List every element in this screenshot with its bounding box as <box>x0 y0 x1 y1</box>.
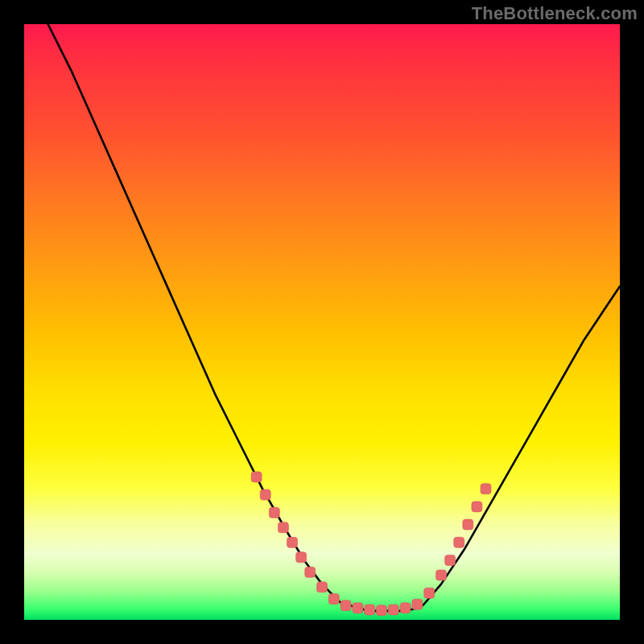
chart-stage: TheBottleneck.com <box>0 0 644 644</box>
marker-layer <box>251 472 491 616</box>
highlight-marker <box>400 603 411 613</box>
highlight-marker <box>377 605 387 616</box>
highlight-marker <box>260 489 270 500</box>
highlight-marker <box>481 484 491 494</box>
highlight-marker <box>296 552 307 563</box>
highlight-marker <box>305 567 316 577</box>
highlight-marker <box>365 605 375 615</box>
highlight-marker <box>278 522 288 533</box>
highlight-marker <box>412 599 423 609</box>
highlight-marker <box>287 537 298 547</box>
highlight-marker <box>317 582 328 592</box>
highlight-marker <box>463 519 473 530</box>
highlight-marker <box>388 605 398 615</box>
highlight-marker <box>341 601 351 611</box>
curve-layer <box>48 24 620 611</box>
highlight-marker <box>353 603 363 613</box>
chart-svg <box>24 24 620 620</box>
highlight-marker <box>328 594 339 605</box>
highlight-marker <box>472 502 482 512</box>
plot-area <box>24 24 620 620</box>
highlight-marker <box>424 588 435 598</box>
highlight-marker <box>436 570 447 580</box>
highlight-marker <box>454 537 464 547</box>
highlight-marker <box>251 472 262 482</box>
bottleneck-curve <box>48 24 620 611</box>
watermark-text: TheBottleneck.com <box>472 3 638 24</box>
highlight-marker <box>269 507 279 518</box>
highlight-marker <box>445 555 456 566</box>
